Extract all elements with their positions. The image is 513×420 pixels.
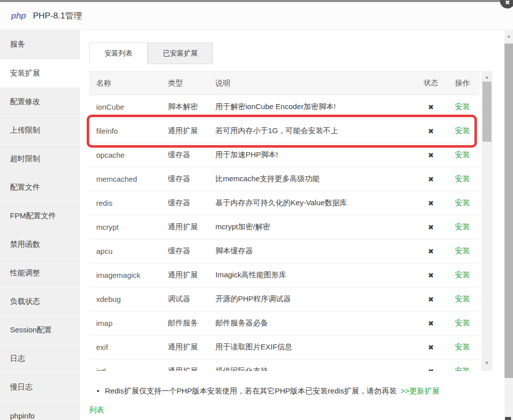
page-scrollbar[interactable]: ▲ (504, 30, 513, 420)
install-button[interactable]: 安装 (455, 126, 470, 135)
sidebar-item-安装扩展[interactable]: 安装扩展 (0, 59, 80, 87)
sidebar-item-禁用函数[interactable]: 禁用函数 (0, 230, 80, 258)
install-button[interactable]: 安装 (455, 342, 470, 351)
sidebar-item-label: 安装扩展 (10, 69, 40, 78)
main-panel: 安装列表 已安装扩展 名称 类型 说明 状态 操作 ionCube 脚本解密 用… (80, 30, 504, 420)
sidebar-item-超时限制[interactable]: 超时限制 (0, 144, 80, 173)
status-x-icon: ✖ (416, 247, 446, 255)
sidebar-item-label: phpinfo (10, 411, 35, 420)
table-scrollbar-thumb[interactable] (482, 82, 491, 142)
status-x-icon: ✖ (416, 127, 446, 135)
extension-type: 邮件服务 (168, 318, 215, 328)
status-x-icon: ✖ (416, 151, 446, 159)
extension-name: imap (96, 319, 168, 327)
status-x-icon: ✖ (416, 367, 446, 371)
extension-type: 通用扩展 (168, 270, 215, 280)
table-header: 名称 类型 说明 状态 操作 (89, 71, 480, 95)
tab-install-list[interactable]: 安装列表 (89, 43, 148, 64)
column-header-status: 状态 (416, 79, 446, 88)
sidebar-item-label: 性能调整 (10, 268, 40, 278)
sidebar-item-慢日志[interactable]: 慢日志 (0, 372, 80, 401)
sidebar-item-Session配置[interactable]: Session配置 (0, 315, 80, 344)
close-icon: ✖ (505, 0, 510, 6)
column-header-action: 操作 (446, 79, 479, 88)
extension-desc: 用于加速PHP脚本! (215, 150, 416, 160)
tab-label: 安装列表 (105, 49, 133, 58)
install-button[interactable]: 安装 (455, 294, 470, 303)
status-x-icon: ✖ (416, 271, 446, 279)
table-row-imagemagick: imagemagick 通用扩展 Imagick高性能图形库 ✖ 安装 (89, 263, 480, 287)
install-button[interactable]: 安装 (455, 222, 470, 231)
link-line2: 列表 (89, 405, 104, 414)
bullet-icon: • (97, 386, 99, 395)
column-header-type: 类型 (168, 79, 215, 88)
sidebar-item-上传限制[interactable]: 上传限制 (0, 116, 80, 144)
table-row-exif: exif 通用扩展 用于读取图片EXIF信息 ✖ 安装 (89, 335, 480, 359)
sidebar: 服务 安装扩展 配置修改 上传限制 超时限制 配置文件 FPM配置文件 禁用函数… (0, 30, 80, 420)
table-row-redis: redis 缓存器 基于内存亦可持久化的Key-Value数据库 ✖ 安装 (89, 191, 480, 215)
extension-name: memcached (96, 175, 168, 183)
sidebar-item-配置修改[interactable]: 配置修改 (0, 87, 80, 116)
column-header-name: 名称 (96, 79, 168, 88)
install-button[interactable]: 安装 (455, 102, 470, 111)
extension-name: apcu (96, 247, 168, 255)
extension-name: fileinfo (96, 127, 168, 135)
extension-name: ionCube (96, 103, 168, 111)
scroll-up-icon[interactable]: ▲ (481, 73, 492, 81)
sidebar-item-负载状态[interactable]: 负载状态 (0, 287, 80, 315)
sidebar-item-FPM配置文件[interactable]: FPM配置文件 (0, 201, 80, 230)
redis-note: •Redis扩展仅支持一个PHP版本安装使用，若在其它PHP版本已安装redis… (89, 381, 496, 419)
status-x-icon: ✖ (416, 175, 446, 183)
table-scrollbar[interactable]: ▲ ▼ (481, 71, 492, 371)
install-button[interactable]: 安装 (455, 150, 470, 159)
page-scrollbar-fragment (505, 417, 511, 420)
install-button[interactable]: 安装 (455, 318, 470, 327)
extension-desc: 若可用内存小于1G，可能会安装不上 (215, 126, 416, 136)
extension-type: 调试器 (168, 294, 215, 304)
sidebar-item-label: 超时限制 (10, 154, 40, 164)
extension-name: exif (96, 343, 168, 351)
table-row-imap: imap 邮件服务 邮件服务器必备 ✖ 安装 (89, 311, 480, 335)
page-scroll-up-icon[interactable]: ▲ (504, 33, 513, 40)
sidebar-item-服务[interactable]: 服务 (0, 30, 80, 59)
install-button[interactable]: 安装 (455, 246, 470, 255)
window-title: PHP-8.1管理 (33, 10, 82, 22)
table-row-apcu: apcu 缓存器 脚本缓存器 ✖ 安装 (89, 239, 480, 263)
install-button[interactable]: 安装 (455, 270, 470, 279)
php-manager-window: ✖ php PHP-8.1管理 服务 安装扩展 配置修改 上传限制 超时限制 配… (0, 0, 513, 420)
extension-desc: Imagick高性能图形库 (215, 270, 416, 280)
table-row-ionCube: ionCube 脚本解密 用于解密ionCube Encoder加密脚本! ✖ … (89, 95, 480, 119)
install-button[interactable]: 安装 (455, 366, 470, 371)
sidebar-item-label: 配置文件 (10, 183, 40, 192)
extension-type: 缓存器 (168, 150, 215, 160)
page-scrollbar-thumb[interactable] (504, 44, 513, 378)
sidebar-item-label: 日志 (10, 354, 25, 363)
extension-desc: 提供国际化支持 (215, 366, 416, 371)
tab-installed-extensions[interactable]: 已安装扩展 (148, 43, 213, 64)
extension-name: opcache (96, 151, 168, 159)
extension-desc: mcrypt加密/解密 (215, 222, 416, 232)
extension-type: 通用扩展 (168, 126, 215, 136)
table-body: ionCube 脚本解密 用于解密ionCube Encoder加密脚本! ✖ … (89, 95, 480, 371)
table-row-fileinfo: fileinfo 通用扩展 若可用内存小于1G，可能会安装不上 ✖ 安装 (89, 119, 480, 143)
scroll-down-icon[interactable]: ▼ (481, 359, 492, 367)
sidebar-item-性能调整[interactable]: 性能调整 (0, 258, 80, 287)
status-x-icon: ✖ (416, 295, 446, 303)
table-row-xdebug: xdebug 调试器 开源的PHP程序调试器 ✖ 安装 (89, 287, 480, 311)
install-button[interactable]: 安装 (455, 174, 470, 183)
extension-name: xdebug (96, 295, 168, 303)
install-button[interactable]: 安装 (455, 198, 470, 207)
sidebar-item-label: 慢日志 (10, 382, 33, 392)
sidebar-item-phpinfo[interactable]: phpinfo (0, 401, 80, 420)
extensions-table: 名称 类型 说明 状态 操作 ionCube 脚本解密 用于解密ionCube … (89, 71, 480, 371)
column-header-desc: 说明 (215, 79, 416, 88)
extension-desc: 比memcache支持更多高级功能 (215, 174, 416, 184)
extension-type: 缓存器 (168, 174, 215, 184)
extension-name: intl (96, 367, 168, 371)
sidebar-item-label: Session配置 (10, 325, 52, 335)
note-text: Redis扩展仅支持一个PHP版本安装使用，若在其它PHP版本已安装redis扩… (105, 386, 397, 395)
sidebar-item-日志[interactable]: 日志 (0, 344, 80, 372)
extension-desc: 基于内存亦可持久化的Key-Value数据库 (215, 198, 416, 208)
sidebar-item-配置文件[interactable]: 配置文件 (0, 173, 80, 201)
extension-desc: 用于解密ionCube Encoder加密脚本! (215, 102, 416, 112)
